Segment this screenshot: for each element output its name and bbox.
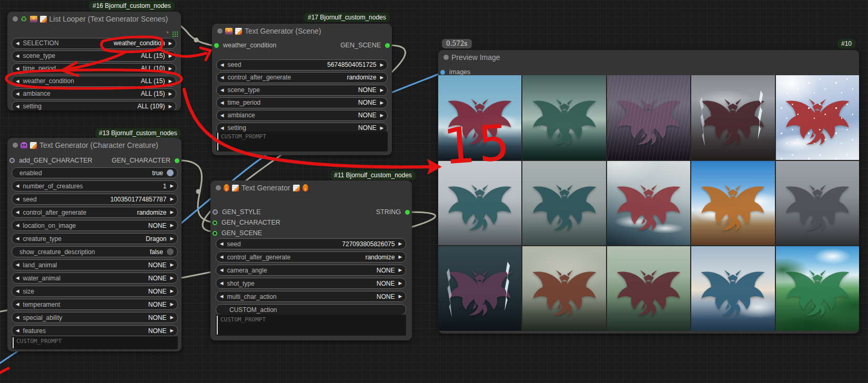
node-titlebar[interactable]: Text Generator: [210, 180, 412, 195]
widget-shot-type[interactable]: ◀shot_typeNONE▶: [216, 278, 406, 289]
widget-scene-type[interactable]: ◀scene_typeALL (15)▶: [12, 51, 176, 62]
input-add-gen-character[interactable]: add_GEN_CHARACTER: [9, 156, 93, 165]
preview-image[interactable]: [607, 246, 690, 331]
widget-features[interactable]: ◀featuresNONE▶: [12, 325, 178, 336]
preview-image[interactable]: [607, 75, 690, 160]
widget-prev-icon[interactable]: ◀: [16, 79, 19, 84]
output-dot-icon[interactable]: [405, 210, 410, 215]
node-text-generator-scene[interactable]: Text Generator (Scene) weather_condition…: [212, 24, 392, 155]
collapse-dot-icon[interactable]: [443, 55, 449, 60]
wire-midpoint-dot[interactable]: [196, 189, 201, 194]
widget-scene-type[interactable]: ◀scene_typeNONE▶: [216, 85, 388, 96]
input-gen-scene[interactable]: GEN_SCENE: [213, 229, 262, 237]
widget-prev-icon[interactable]: ◀: [16, 41, 19, 46]
widget-next-icon[interactable]: ▶: [170, 328, 174, 333]
widget-next-icon[interactable]: ▶: [398, 268, 402, 273]
widget-next-icon[interactable]: ▶: [170, 223, 174, 228]
widget-seed[interactable]: ◀seed56748504051725▶: [216, 59, 388, 70]
widget-next-icon[interactable]: ▶: [168, 79, 172, 84]
input-weather-condition[interactable]: weather_condition: [214, 41, 276, 49]
widget-next-icon[interactable]: ▶: [168, 92, 172, 96]
widget-next-icon[interactable]: ▶: [170, 276, 174, 280]
input-gen-style[interactable]: GEN_STYLE: [213, 208, 261, 216]
widget-prev-icon[interactable]: ◀: [16, 184, 19, 188]
widget-next-icon[interactable]: ▶: [168, 104, 172, 109]
node-titlebar[interactable]: Preview Image: [438, 50, 859, 65]
collapse-dot-icon[interactable]: [217, 28, 223, 34]
widget-prev-icon[interactable]: ◀: [16, 302, 19, 307]
input-dot-icon[interactable]: [9, 158, 15, 163]
widget-control-after-generate[interactable]: ◀control_after_generaterandomize▶: [12, 207, 178, 218]
widget-prev-icon[interactable]: ◀: [16, 263, 19, 267]
preview-image[interactable]: [691, 75, 774, 160]
widget-prev-icon[interactable]: ◀: [16, 328, 19, 333]
widget-next-icon[interactable]: ▶: [170, 236, 174, 241]
collapse-dot-icon[interactable]: [216, 185, 221, 190]
widget-prev-icon[interactable]: ◀: [220, 63, 224, 67]
widget-prev-icon[interactable]: ◀: [16, 92, 19, 96]
widget-next-icon[interactable]: ▶: [380, 126, 383, 130]
widget-prev-icon[interactable]: ◀: [220, 268, 224, 273]
widget-next-icon[interactable]: ▶: [170, 210, 174, 215]
preview-image[interactable]: [776, 246, 859, 331]
widget-prev-icon[interactable]: ◀: [16, 223, 19, 228]
widget-next-icon[interactable]: ▶: [380, 75, 383, 80]
custom-prompt-textarea[interactable]: CUSTOM_PROMPT: [216, 315, 406, 336]
widget-camera-angle[interactable]: ◀camera_angleNONE▶: [216, 265, 406, 276]
widget-prev-icon[interactable]: ◀: [220, 88, 224, 93]
widget-next-icon[interactable]: ▶: [170, 184, 174, 188]
node-text-generator[interactable]: Text Generator GEN_STYLE STRING GEN_CHAR…: [210, 180, 412, 340]
toggle-knob[interactable]: [167, 169, 174, 176]
widget-prev-icon[interactable]: ◀: [16, 315, 19, 320]
preview-image[interactable]: [691, 161, 774, 246]
toggle-knob[interactable]: [167, 248, 174, 255]
node-list-looper[interactable]: ♻ List Looper (Text Generator Scenes) * …: [7, 12, 181, 110]
widget-next-icon[interactable]: ▶: [170, 289, 174, 294]
widget-prev-icon[interactable]: ◀: [16, 289, 19, 294]
widget-prev-icon[interactable]: ◀: [220, 100, 224, 105]
preview-image[interactable]: [691, 246, 774, 331]
widget-next-icon[interactable]: ▶: [398, 294, 402, 299]
preview-image[interactable]: [438, 246, 521, 331]
widget-next-icon[interactable]: ▶: [168, 41, 172, 46]
widget-special-ability[interactable]: ◀special_abilityNONE▶: [12, 312, 178, 323]
widget-ambiance[interactable]: ◀ambianceNONE▶: [216, 110, 388, 121]
output-string[interactable]: STRING: [376, 208, 410, 216]
widget-time-period[interactable]: ◀time_periodALL (10)▶: [12, 63, 176, 74]
widget-selection[interactable]: ◀SELECTIONweather_condition▶: [12, 38, 176, 49]
widget-next-icon[interactable]: ▶: [380, 88, 383, 93]
widget-show-creature-description[interactable]: show_creature_descriptionfalse: [12, 246, 178, 257]
widget-setting[interactable]: ◀settingALL (109)▶: [12, 101, 176, 110]
widget-next-icon[interactable]: ▶: [168, 66, 172, 71]
widget-land-animal[interactable]: ◀land_animalNONE▶: [12, 259, 178, 270]
widget-temperament[interactable]: ◀temperamentNONE▶: [12, 299, 178, 310]
widget-next-icon[interactable]: ▶: [170, 197, 174, 201]
widget-next-icon[interactable]: ▶: [170, 302, 174, 307]
widget-prev-icon[interactable]: ◀: [16, 66, 19, 71]
widget-location-on-image[interactable]: ◀location_on_imageNONE▶: [12, 220, 178, 231]
node-titlebar[interactable]: Text Generator (Character Creature): [7, 138, 181, 153]
widget-next-icon[interactable]: ▶: [398, 281, 402, 286]
widget-prev-icon[interactable]: ◀: [16, 197, 19, 201]
widget-prev-icon[interactable]: ◀: [16, 54, 19, 58]
widget-ambiance[interactable]: ◀ambianceALL (15)▶: [12, 88, 176, 99]
widget-seed[interactable]: ◀seed727093805826075▶: [216, 238, 406, 249]
preview-image[interactable]: [522, 161, 605, 246]
widget-prev-icon[interactable]: ◀: [16, 104, 19, 109]
widget-time-period[interactable]: ◀time_periodNONE▶: [216, 97, 388, 108]
input-dot-icon[interactable]: [213, 209, 218, 215]
input-gen-character[interactable]: GEN_CHARACTER: [213, 218, 280, 227]
node-titlebar[interactable]: ♻ List Looper (Text Generator Scenes): [7, 12, 181, 26]
widget-prev-icon[interactable]: ◀: [220, 75, 224, 80]
widget-number-of-creatures[interactable]: ◀number_of_creatures1▶: [12, 180, 178, 192]
widget-custom-action[interactable]: CUSTOM_action: [216, 304, 406, 315]
preview-image[interactable]: [607, 161, 690, 246]
widget-prev-icon[interactable]: ◀: [220, 294, 224, 299]
custom-prompt-textarea[interactable]: CUSTOM_PROMPT: [216, 132, 388, 152]
widget-size[interactable]: ◀sizeNONE▶: [12, 286, 178, 297]
node-text-generator-character[interactable]: Text Generator (Character Creature) add_…: [7, 138, 181, 351]
collapse-dot-icon[interactable]: [13, 16, 18, 22]
widget-next-icon[interactable]: ▶: [170, 263, 174, 267]
widget-prev-icon[interactable]: ◀: [16, 236, 19, 241]
collapse-dot-icon[interactable]: [13, 143, 18, 148]
